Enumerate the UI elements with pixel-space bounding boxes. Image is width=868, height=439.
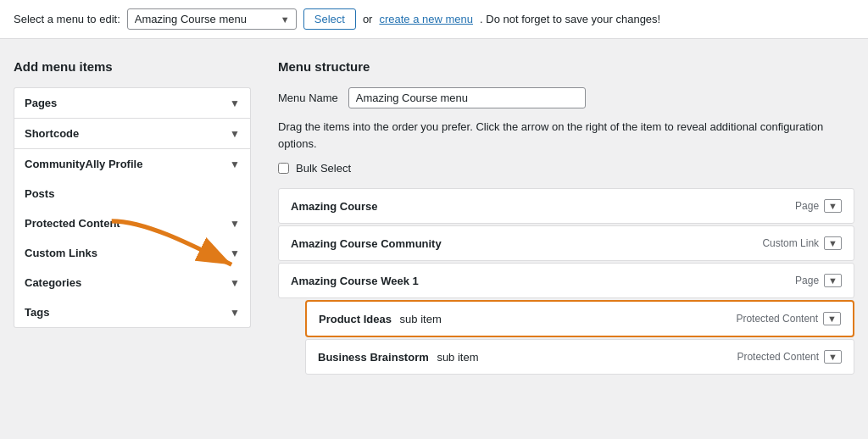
menu-item-amazing-course: Amazing Course Page ▼	[278, 188, 854, 224]
bulk-select-checkbox[interactable]	[278, 163, 289, 174]
accordion-arrow-custom-links: ▼	[230, 247, 240, 259]
accordion-label-posts: Posts	[25, 187, 54, 200]
drag-instructions: Drag the items into the order you prefer…	[278, 119, 854, 152]
accordion-label-protected-content: Protected Content	[25, 217, 120, 230]
menu-select-wrapper: Amazing Course menu ▼	[127, 8, 297, 30]
menu-item-right: Protected Content ▼	[736, 312, 841, 325]
bulk-select-row: Bulk Select	[278, 162, 854, 175]
accordion-arrow-communityally: ▼	[230, 158, 240, 170]
menu-item-amazing-course-community: Amazing Course Community Custom Link ▼	[278, 225, 854, 261]
accordion-arrow-protected-content: ▼	[230, 218, 240, 230]
accordion-item-categories: Categories ▼	[14, 268, 251, 297]
accordion-header-posts[interactable]: Posts	[14, 179, 250, 208]
menu-structure-title: Menu structure	[278, 59, 854, 74]
bulk-select-label[interactable]: Bulk Select	[296, 162, 351, 175]
accordion-header-tags[interactable]: Tags ▼	[14, 297, 250, 327]
accordion-label-custom-links: Custom Links	[25, 247, 97, 259]
menu-item-type-product-ideas: Protected Content	[736, 313, 818, 325]
menu-item-name-business-brainstorm: Business Brainstorm	[318, 351, 429, 364]
menu-item-left: Product Ideas sub item	[319, 313, 442, 325]
select-button[interactable]: Select	[303, 8, 356, 30]
menu-items-list: Amazing Course Page ▼ Amazing Course Com…	[278, 188, 854, 376]
accordion-arrow-shortcode: ▼	[230, 128, 240, 140]
menu-item-name-amazing-course: Amazing Course	[291, 200, 378, 213]
menu-item-chevron-amazing-course-community[interactable]: ▼	[824, 236, 842, 250]
accordion-header-categories[interactable]: Categories ▼	[14, 268, 250, 297]
menu-item-name-amazing-course-community: Amazing Course Community	[291, 237, 442, 250]
select-menu-label: Select a menu to edit:	[14, 13, 120, 25]
menu-item-left: Amazing Course Community	[291, 237, 442, 250]
accordion-label-communityally: CommunityAlly Profile	[25, 158, 142, 170]
add-menu-items-title: Add menu items	[14, 59, 251, 74]
accordion-item-protected-content: Protected Content ▼	[14, 208, 251, 238]
menu-name-label: Menu Name	[278, 92, 338, 104]
main-content: Add menu items Pages ▼ Shortcode ▼ Commu…	[0, 39, 868, 390]
accordion-label-pages: Pages	[25, 97, 57, 109]
accordion-wrapper: Pages ▼ Shortcode ▼ CommunityAlly Profil…	[14, 87, 251, 328]
accordion-label-categories: Categories	[25, 276, 81, 289]
menu-item-left: Business Brainstorm sub item	[318, 351, 479, 364]
menu-item-left: Amazing Course Week 1	[291, 275, 419, 287]
menu-item-right: Protected Content ▼	[737, 350, 842, 364]
accordion-label-tags: Tags	[25, 306, 49, 319]
accordion-arrow-categories: ▼	[230, 277, 240, 289]
menu-item-right: Page ▼	[795, 274, 842, 287]
menu-item-name-product-ideas: Product Ideas	[319, 313, 392, 325]
menu-item-name-amazing-course-week1: Amazing Course Week 1	[291, 275, 419, 287]
reminder-text: . Do not forget to save your changes!	[480, 13, 660, 25]
accordion-label-shortcode: Shortcode	[25, 127, 79, 140]
accordion-header-communityally[interactable]: CommunityAlly Profile ▼	[14, 149, 250, 179]
accordion-item-tags: Tags ▼	[14, 297, 251, 328]
or-text: or	[363, 13, 373, 25]
menu-item-subtext-product-ideas: sub item	[397, 313, 442, 325]
menu-name-input[interactable]	[348, 87, 586, 108]
menu-item-right: Page ▼	[795, 199, 842, 213]
create-new-menu-link[interactable]: create a new menu	[379, 13, 473, 25]
left-panel: Add menu items Pages ▼ Shortcode ▼ Commu…	[14, 59, 251, 376]
menu-item-business-brainstorm: Business Brainstorm sub item Protected C…	[305, 339, 854, 375]
menu-item-type-amazing-course-community: Custom Link	[762, 237, 819, 249]
accordion-header-custom-links[interactable]: Custom Links ▼	[14, 238, 250, 268]
accordion-arrow-pages: ▼	[230, 97, 240, 109]
accordion-header-pages[interactable]: Pages ▼	[14, 88, 250, 118]
accordion-item-shortcode: Shortcode ▼	[14, 118, 251, 148]
accordion-header-shortcode[interactable]: Shortcode ▼	[14, 119, 250, 148]
menu-item-type-amazing-course: Page	[795, 200, 819, 212]
accordion-arrow-tags: ▼	[230, 307, 240, 319]
menu-item-chevron-amazing-course-week1[interactable]: ▼	[824, 274, 842, 287]
menu-item-chevron-business-brainstorm[interactable]: ▼	[824, 350, 842, 364]
menu-item-type-business-brainstorm: Protected Content	[737, 351, 819, 363]
menu-item-subtext-business-brainstorm: sub item	[434, 351, 479, 364]
menu-item-product-ideas: Product Ideas sub item Protected Content…	[305, 300, 854, 337]
accordion-item-pages: Pages ▼	[14, 87, 251, 118]
menu-item-type-amazing-course-week1: Page	[795, 275, 819, 286]
menu-item-left: Amazing Course	[291, 200, 378, 213]
accordion-item-posts: Posts	[14, 179, 251, 208]
menu-item-right: Custom Link ▼	[762, 236, 842, 250]
top-bar: Select a menu to edit: Amazing Course me…	[0, 0, 868, 39]
right-panel: Menu structure Menu Name Drag the items …	[251, 59, 854, 376]
menu-item-amazing-course-week1: Amazing Course Week 1 Page ▼	[278, 263, 854, 298]
menu-item-chevron-amazing-course[interactable]: ▼	[824, 199, 842, 213]
accordion-header-protected-content[interactable]: Protected Content ▼	[14, 208, 250, 238]
menu-select-dropdown[interactable]: Amazing Course menu	[127, 8, 297, 30]
menu-name-row: Menu Name	[278, 87, 854, 108]
accordion-item-custom-links: Custom Links ▼	[14, 238, 251, 268]
menu-item-chevron-product-ideas[interactable]: ▼	[823, 312, 841, 325]
accordion-item-communityally: CommunityAlly Profile ▼	[14, 148, 251, 179]
